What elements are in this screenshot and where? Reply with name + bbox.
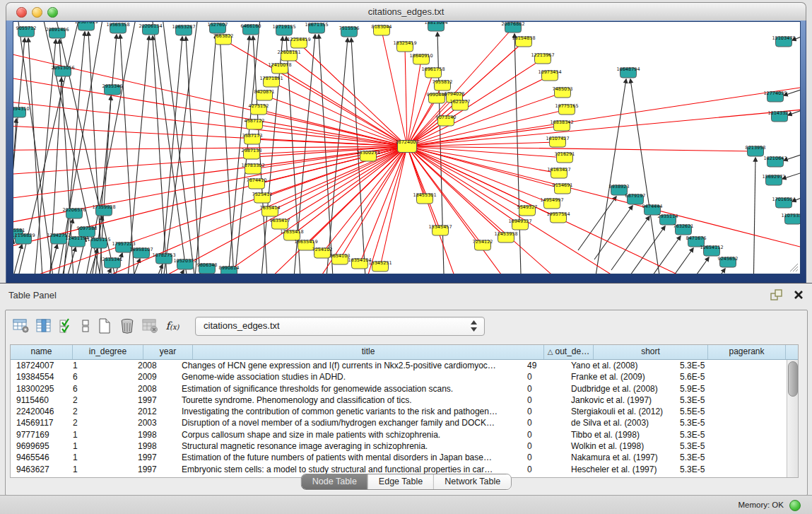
table-row[interactable]: 969969511998Structural magnetic resonanc… xyxy=(11,440,787,452)
cell-title: Changes of HCN gene expression and I(f) … xyxy=(176,360,522,371)
close-panel-icon[interactable] xyxy=(794,290,804,303)
delete-button[interactable] xyxy=(117,316,137,336)
tab-edge-table[interactable]: Edge Table xyxy=(367,474,433,489)
graph-node-label: 7635414 xyxy=(260,205,281,211)
column-header-name[interactable]: name xyxy=(11,345,73,359)
cell-title: Investigating the contribution of common… xyxy=(176,406,522,417)
column-header-out_degree[interactable]: △out_de… xyxy=(544,345,594,359)
citation-edge-outgoing xyxy=(407,146,559,173)
resize-grip-icon[interactable] xyxy=(787,261,799,272)
tab-network-table[interactable]: Network Table xyxy=(433,474,511,489)
column-header-label: out_de… xyxy=(555,346,590,356)
citation-edge-outgoing xyxy=(13,43,407,146)
select-arrows-icon xyxy=(471,320,477,332)
cell-pagerank: 5.3E-5 xyxy=(674,417,746,428)
trash-icon xyxy=(119,317,135,334)
function-builder-button[interactable]: f(x) xyxy=(163,316,182,336)
graph-node-label: 2987133 xyxy=(242,148,262,153)
cell-short: Nakamura et al. (1997) xyxy=(565,452,674,463)
memory-status-label: Memory: OK xyxy=(738,501,784,509)
show-columns-button[interactable] xyxy=(34,316,54,336)
citation-edge xyxy=(160,22,199,274)
cell-out_degree: 0 xyxy=(522,440,565,452)
graph-node-label: 9474444 xyxy=(642,204,663,209)
cell-title: Corpus callosum shape and size in male p… xyxy=(176,429,522,440)
cell-short: Tibbo et al. (1998) xyxy=(565,429,674,440)
row-height-button[interactable] xyxy=(79,316,92,336)
network-view-frame: 9055712208914061636761919565358202061341… xyxy=(6,21,806,283)
cell-short: de Silva et al. (2003) xyxy=(565,417,674,428)
tab-node-table[interactable]: Node Table xyxy=(302,474,367,489)
delete-table-button-disabled xyxy=(140,316,160,336)
graph-node-label: 12410078 xyxy=(268,62,291,68)
column-header-in_degree[interactable]: in_degree xyxy=(73,345,143,359)
network-window-titlebar[interactable]: citations_edges.txt xyxy=(6,2,806,22)
graph-node-label: 15692971 xyxy=(762,174,785,180)
graph-node-label: 16949327 xyxy=(508,218,531,224)
citation-edge xyxy=(151,22,190,274)
column-header-pagerank[interactable]: pagerank xyxy=(708,345,786,359)
network-svg[interactable]: 9055712208914061636761919565358202061341… xyxy=(13,22,800,274)
column-header-title[interactable]: title xyxy=(193,345,544,359)
citation-edge xyxy=(593,79,626,274)
table-row[interactable]: 1938455462009Genome-wide association stu… xyxy=(11,371,787,382)
table-row[interactable]: 1830029562008Estimation of significance … xyxy=(11,383,787,395)
cell-pagerank: 5.3E-5 xyxy=(674,395,746,406)
table-row[interactable]: 2242004622012Investigating the contribut… xyxy=(11,406,787,417)
table-row[interactable]: 1456911722003Disruption of a novel membe… xyxy=(11,417,787,428)
graph-node-label: 17016504 xyxy=(772,197,795,202)
graph-node-label: 16210643 xyxy=(763,156,787,161)
rows-icon xyxy=(81,318,90,334)
table-body: 1872400712008Changes of HCN gene express… xyxy=(11,360,787,477)
citation-edge xyxy=(630,79,662,274)
graph-node-label: 18783302 xyxy=(241,163,264,168)
table-gear-icon xyxy=(13,318,30,334)
cell-pagerank: 5.9E-5 xyxy=(674,383,746,395)
select-rows-button[interactable] xyxy=(57,316,76,336)
graph-node-label: 8471676 xyxy=(686,235,707,241)
graph-node-label: 16961758 xyxy=(421,66,445,72)
graph-node-label: 14954997 xyxy=(540,197,563,203)
graph-node-label: 16648794 xyxy=(616,66,640,72)
cell-year: 1998 xyxy=(132,440,176,452)
graph-node-label: 5549327 xyxy=(517,204,538,210)
graph-node-label: 7254122 xyxy=(473,239,493,245)
cell-year: 2003 xyxy=(132,417,176,428)
graph-node-label: 3216291 xyxy=(555,151,575,157)
column-header-year[interactable]: year xyxy=(143,345,193,359)
cell-title: Structural magnetic resonance image aver… xyxy=(176,440,522,452)
scrollbar-thumb[interactable] xyxy=(788,361,798,397)
cell-year: 2008 xyxy=(132,383,176,395)
cell-in_degree: 1 xyxy=(67,429,132,440)
column-header-short[interactable]: short xyxy=(594,345,708,359)
cell-year: 2009 xyxy=(132,371,176,382)
cell-short: Wolkin et al. (1998) xyxy=(565,440,674,452)
graph-node-label: 10653287 xyxy=(172,24,195,30)
new-document-button[interactable] xyxy=(95,316,114,336)
graph-node-label: 12213967 xyxy=(531,52,554,58)
table-tabs: Node Table Edge Table Network Table xyxy=(301,474,512,490)
citation-edge-outgoing xyxy=(322,146,407,253)
table-row[interactable]: 977716911998Corpus callosum shape and si… xyxy=(11,429,787,440)
table-source-select[interactable]: citations_edges.txt xyxy=(195,317,485,336)
graph-node-label: 20206134 xyxy=(139,23,162,29)
citation-edge-outgoing xyxy=(407,107,800,146)
table-row[interactable]: 946554611997Estimation of the future num… xyxy=(11,452,787,463)
table-settings-button[interactable] xyxy=(11,316,31,336)
graph-node-label: 16838342 xyxy=(550,119,573,125)
cell-title: Tourette syndrome. Phenomenology and cla… xyxy=(176,395,522,406)
citation-edge-outgoing xyxy=(13,70,407,146)
cell-in_degree: 1 xyxy=(67,452,132,463)
new-document-icon xyxy=(97,317,112,334)
network-canvas[interactable]: 9055712208914061636761919565358202061341… xyxy=(13,22,800,274)
table-row[interactable]: 911546021997Tourette syndrome. Phenomeno… xyxy=(11,395,787,406)
graph-node-label: 16958107 xyxy=(129,247,153,252)
table-row[interactable]: 1872400712008Changes of HCN gene express… xyxy=(11,360,787,371)
float-panel-icon[interactable] xyxy=(770,289,782,303)
vertical-scrollbar[interactable] xyxy=(787,360,798,477)
graph-node-label: 1621077 xyxy=(450,99,471,105)
cell-year: 1998 xyxy=(132,429,176,440)
memory-status-led-icon[interactable] xyxy=(789,500,801,511)
citation-edge-outgoing xyxy=(407,146,520,225)
graph-node-label: 12635418 xyxy=(280,229,303,235)
